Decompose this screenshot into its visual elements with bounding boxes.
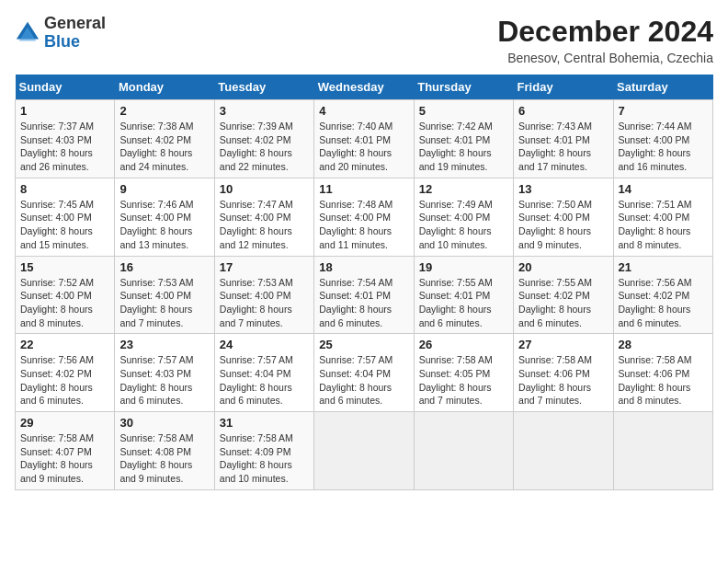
day-number: 25 bbox=[319, 338, 408, 351]
day-info: Sunrise: 7:58 AMSunset: 4:05 PMDaylight:… bbox=[419, 353, 508, 408]
header-row: SundayMondayTuesdayWednesdayThursdayFrid… bbox=[16, 75, 713, 100]
calendar-cell: 7Sunrise: 7:44 AMSunset: 4:00 PMDaylight… bbox=[613, 100, 712, 178]
day-info: Sunrise: 7:47 AMSunset: 4:00 PMDaylight:… bbox=[220, 198, 309, 252]
logo-blue-text: Blue bbox=[44, 32, 80, 51]
week-row-5: 29Sunrise: 7:58 AMSunset: 4:07 PMDayligh… bbox=[16, 412, 713, 490]
calendar-cell: 30Sunrise: 7:58 AMSunset: 4:08 PMDayligh… bbox=[115, 412, 214, 490]
calendar-cell: 1Sunrise: 7:37 AMSunset: 4:03 PMDaylight… bbox=[16, 100, 115, 178]
calendar-cell: 9Sunrise: 7:46 AMSunset: 4:00 PMDaylight… bbox=[115, 178, 214, 256]
calendar-cell: 4Sunrise: 7:40 AMSunset: 4:01 PMDaylight… bbox=[314, 100, 414, 178]
column-header-saturday: Saturday bbox=[613, 75, 712, 100]
week-row-3: 15Sunrise: 7:52 AMSunset: 4:00 PMDayligh… bbox=[16, 256, 713, 334]
calendar-cell: 2Sunrise: 7:38 AMSunset: 4:02 PMDaylight… bbox=[115, 100, 214, 178]
calendar-table: SundayMondayTuesdayWednesdayThursdayFrid… bbox=[15, 75, 713, 490]
calendar-cell: 20Sunrise: 7:55 AMSunset: 4:02 PMDayligh… bbox=[514, 256, 613, 334]
day-info: Sunrise: 7:57 AMSunset: 4:04 PMDaylight:… bbox=[220, 353, 309, 408]
day-number: 21 bbox=[619, 260, 708, 274]
day-number: 31 bbox=[220, 416, 309, 430]
day-number: 1 bbox=[20, 104, 109, 118]
day-info: Sunrise: 7:56 AMSunset: 4:02 PMDaylight:… bbox=[20, 353, 109, 408]
day-number: 27 bbox=[518, 338, 608, 351]
day-number: 16 bbox=[119, 260, 209, 274]
calendar-cell: 12Sunrise: 7:49 AMSunset: 4:00 PMDayligh… bbox=[414, 178, 513, 256]
day-info: Sunrise: 7:57 AMSunset: 4:04 PMDaylight:… bbox=[319, 353, 408, 408]
calendar-cell bbox=[414, 412, 513, 490]
day-number: 22 bbox=[20, 338, 109, 351]
calendar-cell: 11Sunrise: 7:48 AMSunset: 4:00 PMDayligh… bbox=[314, 178, 414, 256]
column-header-sunday: Sunday bbox=[16, 75, 115, 100]
day-number: 10 bbox=[220, 182, 309, 196]
calendar-cell: 5Sunrise: 7:42 AMSunset: 4:01 PMDaylight… bbox=[414, 100, 513, 178]
day-info: Sunrise: 7:53 AMSunset: 4:00 PMDaylight:… bbox=[119, 276, 209, 330]
day-number: 28 bbox=[619, 338, 708, 351]
day-info: Sunrise: 7:58 AMSunset: 4:06 PMDaylight:… bbox=[619, 353, 708, 408]
day-info: Sunrise: 7:51 AMSunset: 4:00 PMDaylight:… bbox=[619, 198, 708, 252]
day-number: 5 bbox=[419, 104, 508, 118]
calendar-cell: 24Sunrise: 7:57 AMSunset: 4:04 PMDayligh… bbox=[214, 334, 313, 412]
calendar-cell: 13Sunrise: 7:50 AMSunset: 4:00 PMDayligh… bbox=[514, 178, 613, 256]
calendar-cell: 8Sunrise: 7:45 AMSunset: 4:00 PMDaylight… bbox=[16, 178, 115, 256]
week-row-2: 8Sunrise: 7:45 AMSunset: 4:00 PMDaylight… bbox=[16, 178, 713, 256]
day-number: 11 bbox=[319, 182, 408, 196]
day-number: 2 bbox=[119, 104, 209, 118]
calendar-cell: 15Sunrise: 7:52 AMSunset: 4:00 PMDayligh… bbox=[16, 256, 115, 334]
calendar-cell: 29Sunrise: 7:58 AMSunset: 4:07 PMDayligh… bbox=[16, 412, 115, 490]
day-info: Sunrise: 7:40 AMSunset: 4:01 PMDaylight:… bbox=[319, 120, 408, 174]
calendar-cell: 21Sunrise: 7:56 AMSunset: 4:02 PMDayligh… bbox=[613, 256, 712, 334]
calendar-cell: 14Sunrise: 7:51 AMSunset: 4:00 PMDayligh… bbox=[613, 178, 712, 256]
day-number: 26 bbox=[419, 338, 508, 351]
day-info: Sunrise: 7:39 AMSunset: 4:02 PMDaylight:… bbox=[220, 120, 309, 174]
day-info: Sunrise: 7:53 AMSunset: 4:00 PMDaylight:… bbox=[220, 276, 309, 330]
day-info: Sunrise: 7:50 AMSunset: 4:00 PMDaylight:… bbox=[518, 198, 608, 252]
day-number: 19 bbox=[419, 260, 508, 274]
calendar-subtitle: Benesov, Central Bohemia, Czechia bbox=[497, 51, 713, 65]
calendar-cell: 6Sunrise: 7:43 AMSunset: 4:01 PMDaylight… bbox=[514, 100, 613, 178]
title-block: December 2024 Benesov, Central Bohemia, … bbox=[497, 15, 713, 65]
day-info: Sunrise: 7:46 AMSunset: 4:00 PMDaylight:… bbox=[119, 198, 209, 252]
calendar-cell: 10Sunrise: 7:47 AMSunset: 4:00 PMDayligh… bbox=[214, 178, 313, 256]
day-number: 17 bbox=[220, 260, 309, 274]
day-info: Sunrise: 7:56 AMSunset: 4:02 PMDaylight:… bbox=[619, 276, 708, 330]
day-info: Sunrise: 7:58 AMSunset: 4:06 PMDaylight:… bbox=[518, 353, 608, 408]
day-info: Sunrise: 7:52 AMSunset: 4:00 PMDaylight:… bbox=[20, 276, 109, 330]
calendar-cell: 19Sunrise: 7:55 AMSunset: 4:01 PMDayligh… bbox=[414, 256, 513, 334]
calendar-cell: 28Sunrise: 7:58 AMSunset: 4:06 PMDayligh… bbox=[613, 334, 712, 412]
day-info: Sunrise: 7:58 AMSunset: 4:07 PMDaylight:… bbox=[20, 431, 109, 486]
day-number: 13 bbox=[518, 182, 608, 196]
day-info: Sunrise: 7:57 AMSunset: 4:03 PMDaylight:… bbox=[119, 353, 209, 408]
calendar-cell: 25Sunrise: 7:57 AMSunset: 4:04 PMDayligh… bbox=[314, 334, 414, 412]
page-header: General Blue December 2024 Benesov, Cent… bbox=[15, 15, 713, 65]
day-number: 30 bbox=[119, 416, 209, 430]
calendar-cell: 16Sunrise: 7:53 AMSunset: 4:00 PMDayligh… bbox=[115, 256, 214, 334]
day-number: 24 bbox=[220, 338, 309, 351]
day-number: 3 bbox=[220, 104, 309, 118]
calendar-cell bbox=[314, 412, 414, 490]
calendar-cell: 31Sunrise: 7:58 AMSunset: 4:09 PMDayligh… bbox=[214, 412, 313, 490]
logo-icon bbox=[15, 20, 40, 46]
column-header-wednesday: Wednesday bbox=[314, 75, 414, 100]
logo: General Blue bbox=[15, 15, 106, 52]
day-info: Sunrise: 7:48 AMSunset: 4:00 PMDaylight:… bbox=[319, 198, 408, 252]
calendar-cell bbox=[514, 412, 613, 490]
day-number: 6 bbox=[518, 104, 608, 118]
day-number: 9 bbox=[119, 182, 209, 196]
day-info: Sunrise: 7:43 AMSunset: 4:01 PMDaylight:… bbox=[518, 120, 608, 174]
day-number: 12 bbox=[419, 182, 508, 196]
day-info: Sunrise: 7:45 AMSunset: 4:00 PMDaylight:… bbox=[20, 198, 109, 252]
calendar-cell: 23Sunrise: 7:57 AMSunset: 4:03 PMDayligh… bbox=[115, 334, 214, 412]
calendar-title: December 2024 bbox=[497, 15, 713, 49]
day-info: Sunrise: 7:49 AMSunset: 4:00 PMDaylight:… bbox=[419, 198, 508, 252]
column-header-friday: Friday bbox=[514, 75, 613, 100]
calendar-cell bbox=[613, 412, 712, 490]
column-header-tuesday: Tuesday bbox=[214, 75, 313, 100]
calendar-cell: 22Sunrise: 7:56 AMSunset: 4:02 PMDayligh… bbox=[16, 334, 115, 412]
calendar-cell: 27Sunrise: 7:58 AMSunset: 4:06 PMDayligh… bbox=[514, 334, 613, 412]
day-number: 29 bbox=[20, 416, 109, 430]
day-info: Sunrise: 7:55 AMSunset: 4:01 PMDaylight:… bbox=[419, 276, 508, 330]
calendar-cell: 17Sunrise: 7:53 AMSunset: 4:00 PMDayligh… bbox=[214, 256, 313, 334]
day-info: Sunrise: 7:54 AMSunset: 4:01 PMDaylight:… bbox=[319, 276, 408, 330]
day-number: 14 bbox=[619, 182, 708, 196]
day-number: 4 bbox=[319, 104, 408, 118]
day-info: Sunrise: 7:42 AMSunset: 4:01 PMDaylight:… bbox=[419, 120, 508, 174]
column-header-thursday: Thursday bbox=[414, 75, 513, 100]
